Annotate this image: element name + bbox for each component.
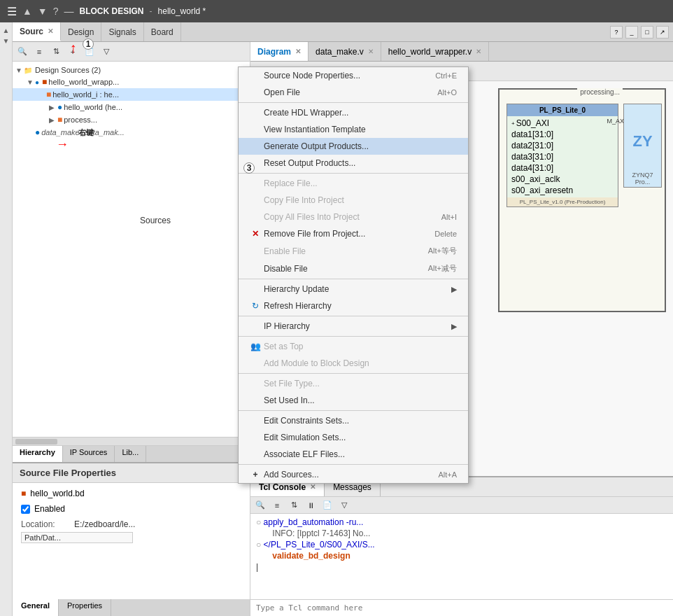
collapse-btn[interactable]: ≡ bbox=[32, 45, 46, 59]
expand-hw[interactable]: ▶ bbox=[49, 104, 57, 111]
add-btn[interactable]: + bbox=[66, 45, 80, 59]
location-label: Location: bbox=[21, 519, 70, 529]
ip-sources-tab[interactable]: IP Sources bbox=[63, 446, 115, 462]
path-field[interactable] bbox=[21, 532, 133, 543]
ctx-open-file[interactable]: Open File Alt+O bbox=[239, 84, 468, 101]
ctx-associate-elf[interactable]: Associate ELF Files... bbox=[239, 446, 468, 463]
tab-sources[interactable]: Sourc ✕ bbox=[13, 22, 61, 41]
ctx-sep-2 bbox=[239, 173, 468, 174]
tab-restore-btn[interactable]: □ bbox=[641, 26, 653, 38]
data-make-label: data_make (data_mak... bbox=[41, 128, 125, 136]
tab-design[interactable]: Design bbox=[61, 22, 101, 41]
ctx-sep-8 bbox=[239, 464, 468, 465]
search-btn[interactable]: 🔍 bbox=[15, 45, 29, 59]
tcl-symbol-1: ○ bbox=[256, 517, 261, 527]
ctx-view-instantiation[interactable]: View Instantiation Template bbox=[239, 121, 468, 138]
file-btn[interactable]: 📄 bbox=[83, 45, 97, 59]
tcl-filter-btn[interactable]: ▽ bbox=[337, 498, 351, 512]
tcl-highlight-validate: validate_bd_design bbox=[272, 551, 350, 561]
up-icon[interactable]: ▲ bbox=[22, 6, 32, 17]
tree-item-design-sources[interactable]: ▼ 📁 Design Sources (2) bbox=[13, 64, 250, 76]
general-tab[interactable]: General bbox=[13, 599, 59, 616]
tab-board[interactable]: Board bbox=[144, 22, 181, 41]
help-icon[interactable]: ? bbox=[53, 6, 59, 17]
down-icon[interactable]: ▼ bbox=[38, 6, 48, 17]
tcl-input[interactable] bbox=[250, 602, 673, 614]
ctx-add-sources-label: Add Sources... bbox=[264, 470, 319, 479]
ctx-set-file-type-label: Set File Type... bbox=[264, 379, 320, 388]
diagram-tab[interactable]: Diagram ✕ bbox=[250, 42, 309, 61]
expand-hw-wrapper[interactable]: ▼ bbox=[27, 78, 35, 86]
ctx-hierarchy-update[interactable]: Hierarchy Update ▶ bbox=[239, 281, 468, 298]
enabled-checkbox[interactable] bbox=[21, 505, 30, 514]
ctx-ip-hierarchy[interactable]: IP Hierarchy ▶ bbox=[239, 318, 468, 335]
tree-item-hello-world-wrapper[interactable]: ▼ ● ■ hello_world_wrapp... bbox=[13, 76, 250, 88]
ctx-open-file-shortcut: Alt+O bbox=[437, 88, 457, 97]
ctx-create-hdl[interactable]: Create HDL Wrapper... bbox=[239, 104, 468, 121]
sources-tab-close[interactable]: ✕ bbox=[48, 27, 53, 35]
data-make-tab-close[interactable]: ✕ bbox=[368, 48, 374, 55]
ctx-remove-file[interactable]: ✕Remove File from Project... Delete bbox=[239, 225, 468, 242]
hw-wrapper-tab-close[interactable]: ✕ bbox=[476, 48, 481, 55]
h-scrollbar[interactable] bbox=[13, 437, 250, 445]
tcl-pause-btn[interactable]: ⏸ bbox=[304, 498, 318, 512]
props-location-row: Location: E:/zedboard/le... bbox=[21, 519, 241, 529]
tab-expand-btn[interactable]: ↗ bbox=[656, 26, 669, 38]
tcl-collapse-btn[interactable]: ≡ bbox=[270, 498, 284, 512]
tree-item-process[interactable]: ▶ ■ process... bbox=[13, 113, 250, 126]
ctx-generate-output[interactable]: Generate Output Products... bbox=[239, 138, 468, 155]
ctx-add-sources[interactable]: +Add Sources... Alt+A bbox=[239, 466, 468, 483]
port-data3: data3[31:0] bbox=[509, 151, 616, 162]
tcl-doc-btn[interactable]: 📄 bbox=[320, 498, 334, 512]
hw-wrapper-tab[interactable]: hello_world_wrapper.v ✕ bbox=[381, 42, 489, 61]
sidebar-collapse-btn[interactable]: ▲ bbox=[3, 27, 10, 34]
ctx-associate-elf-label: Associate ELF Files... bbox=[264, 449, 345, 459]
tree-item-hello-world-i[interactable]: ■ hello_world_i : he... bbox=[13, 88, 250, 101]
expand-process[interactable]: ▶ bbox=[49, 116, 57, 124]
tab-signals[interactable]: Signals bbox=[101, 22, 143, 41]
ctx-copy-all: Copy All Files Into Project Alt+I bbox=[239, 209, 468, 225]
ctx-copy-file: Copy File Into Project bbox=[239, 192, 468, 209]
diagram-tab-close[interactable]: ✕ bbox=[295, 48, 301, 55]
tcl-tab-close[interactable]: ✕ bbox=[310, 483, 316, 491]
ctx-ip-arrow: ▶ bbox=[451, 322, 457, 331]
ctx-replace-file: Replace File... bbox=[239, 175, 468, 192]
ctx-remove-file-label: Remove File from Project... bbox=[264, 229, 365, 239]
board-tab-label: Board bbox=[151, 27, 173, 37]
expand-design-sources[interactable]: ▼ bbox=[15, 66, 24, 74]
ctx-source-node-props[interactable]: Source Node Properties... Ctrl+E bbox=[239, 67, 468, 84]
ctx-replace-file-label: Replace File... bbox=[264, 178, 318, 188]
tab-minimize-btn[interactable]: _ bbox=[625, 26, 638, 38]
tree-area[interactable]: ▼ 📁 Design Sources (2) ▼ ● ■ hello_world… bbox=[13, 62, 250, 437]
lib-tab[interactable]: Lib... bbox=[115, 446, 146, 462]
tcl-content: ○ apply_bd_automation -ru... INFO: [Ippt… bbox=[250, 514, 673, 599]
filter-btn[interactable]: ▽ bbox=[99, 45, 113, 59]
ctx-refresh-hierarchy[interactable]: ↻Refresh Hierarchy bbox=[239, 298, 468, 314]
ctx-edit-simulation[interactable]: Edit Simulation Sets... bbox=[239, 429, 468, 446]
tcl-line-1: ○ apply_bd_automation -ru... bbox=[256, 517, 667, 528]
minimize-icon[interactable]: — bbox=[64, 6, 74, 17]
ctx-reset-output[interactable]: Reset Output Products... bbox=[239, 155, 468, 172]
ctx-disable-file[interactable]: Disable File Alt+减号 bbox=[239, 260, 468, 277]
ctx-edit-constraints[interactable]: Edit Constraints Sets... bbox=[239, 412, 468, 429]
hello-world-i-label: hello_world_i : he... bbox=[52, 90, 119, 99]
menu-icon[interactable]: ☰ bbox=[7, 5, 17, 18]
bottom-panel: Tcl Console ✕ Messages 🔍 ≡ ⇅ ⏸ 📄 ▽ bbox=[250, 476, 673, 616]
props-filename: ■ hello_world.bd bbox=[21, 489, 241, 498]
data-make-tab[interactable]: data_make.v ✕ bbox=[309, 42, 381, 61]
sort-btn[interactable]: ⇅ bbox=[49, 45, 63, 59]
tcl-search-btn[interactable]: 🔍 bbox=[253, 498, 267, 512]
ctx-create-hdl-label: Create HDL Wrapper... bbox=[264, 108, 348, 118]
tab-help-btn[interactable]: ? bbox=[610, 26, 623, 38]
tree-item-hello-world[interactable]: ▶ ● hello_world (he... bbox=[13, 101, 250, 113]
zynq-block[interactable]: ZYNQ7 Pro... ZY bbox=[623, 104, 662, 188]
sidebar-expand-btn[interactable]: ▼ bbox=[3, 37, 10, 45]
tree-item-data-make[interactable]: ● data_make (data_mak... bbox=[13, 126, 250, 139]
ctx-edit-simulation-label: Edit Simulation Sets... bbox=[264, 433, 346, 442]
pl-ps-lite-block[interactable]: PL_PS_Lite_0 +S00_AXI data1[31:0] data2[… bbox=[506, 104, 618, 207]
ctx-set-used-in[interactable]: Set Used In... bbox=[239, 392, 468, 409]
ctx-top-icon: 👥 bbox=[250, 342, 261, 351]
tcl-sort-btn[interactable]: ⇅ bbox=[287, 498, 301, 512]
hierarchy-tab[interactable]: Hierarchy bbox=[13, 446, 63, 462]
properties-tab[interactable]: Properties bbox=[59, 599, 111, 616]
